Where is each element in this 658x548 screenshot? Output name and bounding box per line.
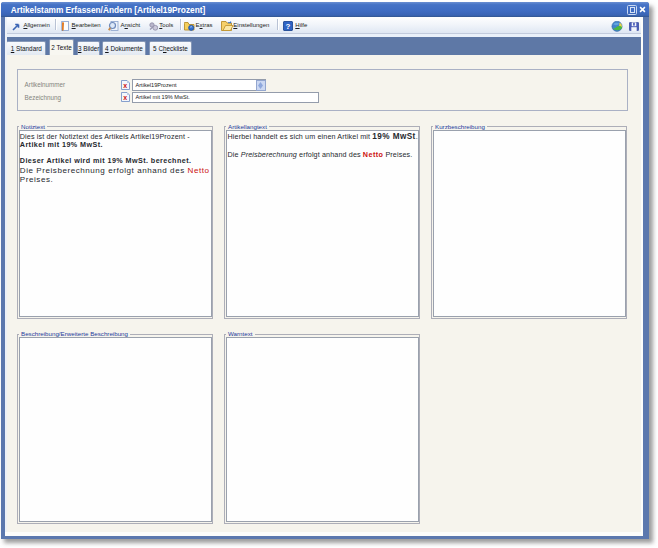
svg-text:x: x: [124, 95, 128, 102]
svg-text:x: x: [124, 82, 128, 89]
svg-text:?: ?: [286, 22, 291, 31]
